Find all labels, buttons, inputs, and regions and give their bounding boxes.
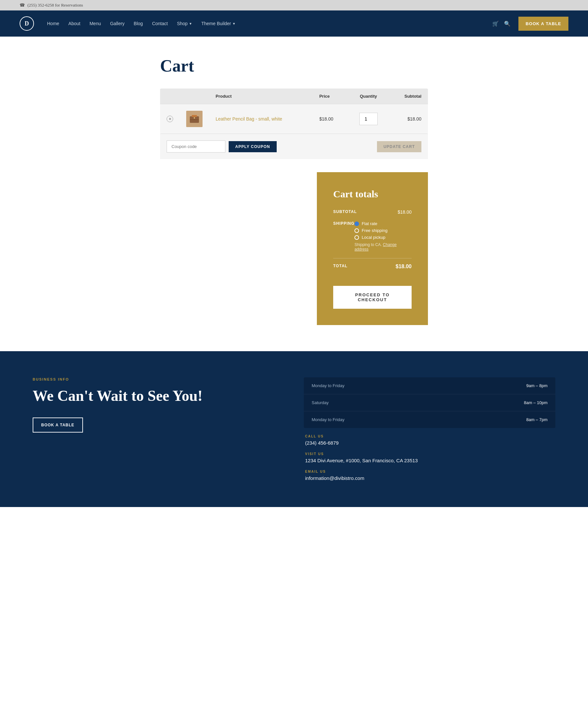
col-quantity: Quantity [348, 89, 389, 104]
nav-links: Home About Menu Gallery Blog Contact Sho… [47, 21, 492, 26]
nav: D Home About Menu Gallery Blog Contact S… [0, 10, 588, 37]
nav-about[interactable]: About [68, 21, 80, 26]
cart-icon[interactable]: 🛒 [492, 20, 499, 27]
nav-icons: 🛒 🔍 [492, 20, 510, 27]
col-price: Price [312, 89, 348, 104]
remove-item-button[interactable]: ✕ [166, 115, 173, 122]
nav-shop-wrapper[interactable]: Shop ▼ [177, 21, 192, 26]
col-image [180, 89, 209, 104]
nav-shop[interactable]: Shop [177, 21, 188, 26]
nav-contact[interactable]: Contact [152, 21, 167, 26]
free-shipping-radio[interactable] [354, 228, 359, 233]
nav-blog[interactable]: Blog [134, 21, 143, 26]
product-subtotal: $18.00 [389, 104, 428, 134]
theme-builder-chevron-icon: ▼ [232, 22, 236, 26]
hours-row-1: Monday to Friday 9am – 8pm [304, 377, 555, 394]
subtotal-label: SUBTOTAL [333, 209, 357, 214]
table-row: ✕ Leather Pencil Bag - small, whi [160, 104, 428, 134]
email-us-value: information@divibistro.com [305, 475, 554, 481]
footer-right: Monday to Friday 9am – 8pm Saturday 8am … [304, 377, 555, 481]
footer-left: BUSINESS INFO We Can't Wait to See You! … [33, 377, 284, 481]
shop-chevron-icon: ▼ [189, 22, 192, 26]
nav-menu[interactable]: Menu [90, 21, 101, 26]
product-name-link[interactable]: Leather Pencil Bag - small, white [215, 116, 282, 122]
update-cart-button[interactable]: UPDATE CART [377, 141, 422, 152]
nav-gallery[interactable]: Gallery [110, 21, 125, 26]
email-us-label: EMAIL US [305, 470, 554, 473]
nav-home[interactable]: Home [47, 21, 59, 26]
totals-divider [333, 258, 411, 258]
coupon-row: APPLY COUPON UPDATE CART [160, 134, 428, 159]
subtotal-value: $18.00 [398, 209, 411, 215]
call-us-block: CALL US (234) 456-6879 [304, 434, 555, 445]
call-us-label: CALL US [305, 434, 554, 438]
email-us-block: EMAIL US information@divibistro.com [304, 470, 555, 481]
subtotal-row: SUBTOTAL $18.00 [333, 209, 411, 215]
page-title: Cart [160, 56, 428, 76]
main-content: Cart Product Price Quantity Subtotal ✕ [153, 37, 435, 351]
quantity-input[interactable] [359, 113, 378, 125]
col-subtotal: Subtotal [389, 89, 428, 104]
total-row: TOTAL $18.00 [333, 264, 411, 270]
search-icon[interactable]: 🔍 [504, 20, 510, 27]
svg-rect-1 [192, 115, 197, 117]
product-thumbnail [186, 111, 202, 127]
shipping-note: Shipping to CA. Change address [354, 242, 411, 251]
product-price: $18.00 [312, 104, 348, 134]
footer-heading: We Can't Wait to See You! [33, 388, 284, 405]
nav-book-button[interactable]: BOOK A TABLE [519, 17, 569, 31]
footer-book-button[interactable]: BOOK A TABLE [33, 418, 83, 432]
product-image-icon [189, 113, 200, 125]
hours-row-3: Monday to Friday 8am – 7pm [304, 411, 555, 428]
shipping-local[interactable]: Local pickup [354, 235, 411, 240]
call-us-value: (234) 456-6879 [305, 440, 554, 445]
visit-us-block: VISIT US 1234 Divi Avenue, #1000, San Fr… [304, 452, 555, 463]
business-info-label: BUSINESS INFO [33, 377, 284, 381]
hours-table: Monday to Friday 9am – 8pm Saturday 8am … [304, 377, 555, 428]
svg-point-3 [194, 117, 195, 119]
top-bar: ☎ (255) 352-6258 for Reservations [0, 0, 588, 10]
hours-row-2: Saturday 8am – 10pm [304, 394, 555, 411]
col-remove [160, 89, 180, 104]
shipping-free[interactable]: Free shipping [354, 228, 411, 233]
cart-totals-title: Cart totals [333, 188, 411, 200]
total-value: $18.00 [396, 264, 411, 270]
shipping-row: SHIPPING Flat rate Free shipping [333, 221, 411, 251]
apply-coupon-button[interactable]: APPLY COUPON [229, 141, 277, 152]
topbar-phone: (255) 352-6258 for Reservations [28, 3, 83, 8]
cart-table: Product Price Quantity Subtotal ✕ [160, 89, 428, 134]
nav-theme-builder-wrapper[interactable]: Theme Builder ▼ [201, 21, 236, 26]
total-label: TOTAL [333, 264, 348, 268]
phone-icon: ☎ [19, 3, 25, 8]
local-pickup-radio[interactable] [354, 235, 359, 240]
flat-rate-radio[interactable] [354, 222, 359, 226]
visit-us-label: VISIT US [305, 452, 554, 456]
shipping-options: Flat rate Free shipping Local pickup Shi… [354, 221, 411, 251]
cart-totals-box: Cart totals SUBTOTAL $18.00 SHIPPING Fla… [317, 172, 428, 325]
footer: BUSINESS INFO We Can't Wait to See You! … [0, 351, 588, 507]
nav-logo[interactable]: D [19, 16, 34, 31]
col-product: Product [209, 89, 312, 104]
visit-us-value: 1234 Divi Avenue, #1000, San Francisco, … [305, 458, 554, 463]
coupon-input[interactable] [166, 140, 226, 152]
shipping-flat-rate[interactable]: Flat rate [354, 221, 411, 226]
shipping-label: SHIPPING [333, 221, 354, 226]
cart-totals-section: Cart totals SUBTOTAL $18.00 SHIPPING Fla… [160, 159, 428, 325]
proceed-to-checkout-button[interactable]: PROCEED TO CHECKOUT [333, 286, 411, 309]
nav-theme-builder[interactable]: Theme Builder [201, 21, 231, 26]
